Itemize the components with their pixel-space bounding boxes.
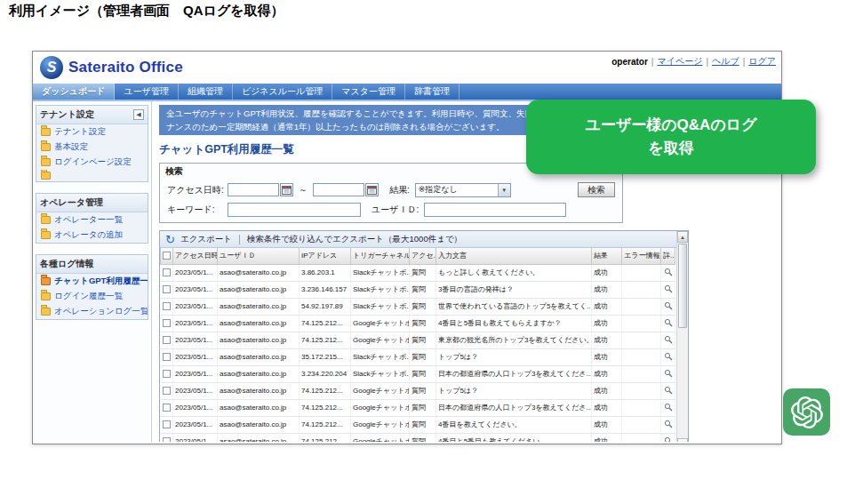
calendar-icon[interactable] xyxy=(365,183,379,196)
cell-text: 4番目を教えてください。 xyxy=(436,416,592,433)
row-checkbox[interactable] xyxy=(163,353,171,361)
row-checkbox[interactable] xyxy=(163,268,171,276)
cell-date: 2023/05/1... xyxy=(173,332,218,348)
detail-icon[interactable] xyxy=(664,403,673,412)
vertical-scrollbar[interactable]: ▲ ▼ xyxy=(676,231,688,442)
scroll-up-icon[interactable]: ▲ xyxy=(677,231,688,243)
calendar-icon[interactable] xyxy=(280,183,293,196)
export-link[interactable]: エクスポート xyxy=(180,234,232,245)
detail-icon[interactable] xyxy=(664,268,673,276)
tab-dictionary[interactable]: 辞書管理 xyxy=(405,84,459,100)
table-row: 2023/05/1...asao@sateraito.co.jp35.172.2… xyxy=(161,348,675,365)
cell-ip: 74.125.212... xyxy=(300,399,351,416)
row-checkbox[interactable] xyxy=(163,302,171,310)
tab-dashboard[interactable]: ダッシュボード xyxy=(33,84,115,100)
detail-icon[interactable] xyxy=(664,436,673,443)
filtered-export-link[interactable]: 検索条件で絞り込んでエクスポート（最大1000件まで） xyxy=(247,234,462,245)
cell-channel: Slackチャットボ... xyxy=(351,298,410,315)
detail-icon[interactable] xyxy=(664,352,673,361)
collapse-icon[interactable]: ◀ xyxy=(133,109,144,120)
sidebar-item-operator-add[interactable]: オペレータの追加 xyxy=(36,228,148,243)
detail-icon[interactable] xyxy=(664,318,673,327)
col-header-channel: トリガーチャネル種別 xyxy=(351,248,410,264)
table-row: 2023/05/1...asao@sateraito.co.jp74.125.2… xyxy=(161,433,675,442)
help-link[interactable]: ヘルプ xyxy=(712,55,739,68)
scroll-down-icon[interactable]: ▼ xyxy=(677,438,688,442)
select-all-checkbox[interactable] xyxy=(163,252,171,260)
logout-link[interactable]: ログア xyxy=(748,55,776,68)
detail-icon[interactable] xyxy=(664,335,673,344)
sidebar-item-chatgpt-log[interactable]: チャットGPT利用履歴一覧 xyxy=(36,274,148,289)
sidebar-item-label: ログイン履歴一覧 xyxy=(54,291,123,302)
cell-user: asao@sateraito.co.jp xyxy=(218,281,300,298)
cell-channel: Googleチャットボ... xyxy=(351,399,410,416)
row-checkbox[interactable] xyxy=(163,370,171,378)
row-checkbox[interactable] xyxy=(163,387,171,395)
row-checkbox[interactable] xyxy=(163,420,171,428)
cell-type: 質問 xyxy=(410,382,436,399)
search-row-1: アクセス日時: ～ 結果: ※指定なし ▼ 検索 xyxy=(160,180,622,200)
detail-icon[interactable] xyxy=(664,301,673,310)
folder-icon xyxy=(41,231,51,239)
cell-result: 成功 xyxy=(592,348,622,365)
table-row: 2023/05/1...asao@sateraito.co.jp74.125.2… xyxy=(161,315,675,332)
row-checkbox[interactable] xyxy=(163,404,171,412)
cell-user: asao@sateraito.co.jp xyxy=(218,433,300,442)
result-label: 結果: xyxy=(389,184,410,196)
link-separator: | xyxy=(743,57,746,67)
cell-error xyxy=(622,281,661,298)
cell-text: 4番目と5番目も教えてもらえますか？ xyxy=(436,315,592,332)
tab-user-management[interactable]: ユーザ管理 xyxy=(115,84,178,100)
user-links: operator | マイページ | ヘルプ | ログア xyxy=(611,55,776,68)
sidebar-item-empty[interactable] xyxy=(36,170,148,181)
table-header-row: アクセス日時 ユーザＩＤ IPアドレス トリガーチャネル種別 アクセ... 入力… xyxy=(161,248,675,264)
table-row: 2023/05/1...asao@sateraito.co.jp74.125.2… xyxy=(161,399,675,416)
access-date-from-input[interactable] xyxy=(228,183,279,196)
tab-business-rules[interactable]: ビジネスルール管理 xyxy=(233,84,332,100)
sidebar-item-basic-settings[interactable]: 基本設定 xyxy=(36,140,148,155)
sidebar-section-tenant: テナント設定 ◀ テナント設定 基本設定 ログインページ設定 xyxy=(36,105,148,182)
search-button[interactable]: 検索 xyxy=(578,182,615,197)
access-date-to-input[interactable] xyxy=(313,183,364,196)
link-separator: | xyxy=(651,57,654,67)
cell-user: asao@sateraito.co.jp xyxy=(218,416,300,433)
row-checkbox[interactable] xyxy=(163,437,171,442)
callout-line2: を取得 xyxy=(648,137,693,160)
cell-error xyxy=(622,416,661,433)
keyword-input[interactable] xyxy=(228,203,361,217)
refresh-icon[interactable]: ↻ xyxy=(165,234,175,245)
toolbar-separator xyxy=(239,235,240,244)
tab-org-management[interactable]: 組織管理 xyxy=(179,84,233,100)
sidebar-item-operation-log[interactable]: オペレーションログ一覧 xyxy=(36,304,148,319)
cell-result: 成功 xyxy=(592,433,622,442)
col-header-user: ユーザＩＤ xyxy=(218,248,300,264)
sidebar-item-login-page-settings[interactable]: ログインページ設定 xyxy=(36,155,148,170)
folder-icon xyxy=(41,308,51,316)
table-row: 2023/05/1...asao@sateraito.co.jp74.125.2… xyxy=(161,416,675,433)
user-id-input[interactable] xyxy=(424,203,566,217)
folder-icon xyxy=(41,143,51,151)
open-folder-icon xyxy=(41,277,51,285)
cell-error xyxy=(622,332,661,348)
detail-icon[interactable] xyxy=(664,369,673,378)
sidebar-item-operator-list[interactable]: オペレーター一覧 xyxy=(36,212,148,228)
cell-text: もっと詳しく教えてください。 xyxy=(436,264,592,281)
scrollbar-thumb[interactable] xyxy=(678,244,687,328)
search-row-2: キーワード: ユーザＩＤ: xyxy=(160,200,622,220)
cell-ip: 74.125.212... xyxy=(300,433,351,442)
sidebar-item-login-log[interactable]: ログイン履歴一覧 xyxy=(36,289,148,304)
sidebar-item-tenant-settings[interactable]: テナント設定 xyxy=(36,124,148,140)
log-table-body: 2023/05/1...asao@sateraito.co.jp3.86.203… xyxy=(161,264,675,442)
result-select[interactable]: ※指定なし ▼ xyxy=(415,183,511,197)
cell-ip: 3.86.203.1 xyxy=(300,264,351,281)
row-checkbox[interactable] xyxy=(163,319,171,327)
mypage-link[interactable]: マイページ xyxy=(657,55,702,68)
cell-user: asao@sateraito.co.jp xyxy=(218,315,300,332)
tab-master-management[interactable]: マスター管理 xyxy=(332,84,405,100)
detail-icon[interactable] xyxy=(664,386,673,395)
row-checkbox[interactable] xyxy=(163,336,171,344)
row-checkbox[interactable] xyxy=(163,285,171,293)
detail-icon[interactable] xyxy=(664,420,673,428)
detail-icon[interactable] xyxy=(664,284,673,293)
cell-result: 成功 xyxy=(592,281,622,298)
